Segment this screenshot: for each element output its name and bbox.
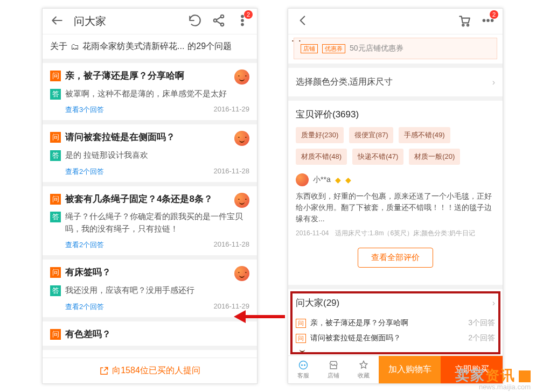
ask-everyone-section[interactable]: 问大家(29) › 问亲，被子薄还是厚？分享哈啊 3个回答 问请问被套拉链是在侧… — [288, 285, 503, 353]
question-tag-outline: 问 — [296, 319, 306, 328]
folder-icon: 🗂 — [71, 42, 79, 52]
svg-point-6 — [462, 24, 464, 26]
add-to-cart-button[interactable]: 加入购物车 — [379, 356, 441, 383]
avatar-icon — [296, 173, 309, 186]
mini-question-row[interactable]: 问亲，被子薄还是厚？分享哈啊 3个回答 — [296, 316, 495, 331]
view-answers-link[interactable]: 查看3个回答 — [65, 105, 104, 115]
reviewer-line: 小**a ◆ ◆ — [296, 173, 495, 186]
view-answers-link[interactable]: 查看2个回答 — [65, 302, 104, 312]
review-chip[interactable]: 质量好(230) — [296, 127, 344, 143]
review-section-title[interactable]: 宝贝评价(3693) — [296, 108, 495, 121]
qa-date: 2016-11-28 — [214, 167, 250, 177]
view-all-reviews-button[interactable]: 查看全部评价 — [358, 248, 433, 268]
angry-emoji-icon — [234, 131, 249, 146]
question-tag: 问 — [50, 71, 61, 81]
question-tag: 问 — [50, 132, 61, 143]
review-chip[interactable]: 材质一般(20) — [409, 149, 460, 165]
answer-count: 2个回答 — [468, 333, 495, 343]
qa-item[interactable]: 问亲，被子薄还是厚？分享哈啊 答被罩啊，这种不都是薄的，床单感觉不是太好 查看3… — [43, 63, 257, 124]
review-chip[interactable]: 很便宜(87) — [349, 127, 393, 143]
right-phone-screen: 2 店铺 优惠券 50元店铺优惠券 选择颜色分类,适用床尺寸 › 宝贝评价(36… — [288, 8, 503, 384]
coupon-type-tag: 优惠券 — [322, 44, 345, 53]
qa-item[interactable]: 问有床签吗？ 答我还没用，应该有吧？没用手感还行 查看2个回答2016-11-2… — [43, 260, 257, 321]
chevron-right-icon: › — [492, 298, 495, 308]
tab-favorite[interactable]: 收藏 — [349, 356, 379, 383]
question-tag: 问 — [50, 194, 61, 205]
left-navbar: 问大家 2 — [43, 9, 257, 34]
qa-item[interactable]: 问被套有几条绳子固定？4条还是8条？ 答绳子？什么绳子？你确定看的跟我买的是一件… — [43, 186, 257, 260]
svg-point-13 — [304, 365, 305, 366]
review-chip[interactable]: 材质不错(48) — [296, 149, 347, 165]
about-product-line: 关于 🗂 花雨伞家纺美式清新碎花... 的29个问题 — [43, 34, 257, 63]
qa-item[interactable]: 问有色差吗？ — [43, 321, 257, 351]
ask-section-title: 问大家(29) — [296, 297, 339, 309]
more-icon[interactable]: 2 — [481, 13, 495, 30]
notification-badge: 2 — [244, 10, 253, 19]
watermark-square-icon — [519, 370, 531, 382]
coupon-shop-tag: 店铺 — [301, 44, 318, 53]
svg-point-12 — [302, 365, 303, 366]
coupon-bar[interactable]: 店铺 优惠券 50元店铺优惠券 — [294, 38, 497, 59]
question-tag: 问 — [50, 329, 61, 340]
tab-customer-service[interactable]: 客服 — [288, 356, 318, 383]
coupon-text: 50元店铺优惠券 — [350, 44, 490, 53]
qa-date: 2016-11-28 — [214, 240, 250, 250]
answer-tag: 答 — [50, 150, 61, 161]
answer-tag: 答 — [50, 212, 61, 222]
qa-list: 问亲，被子薄还是厚？分享哈啊 答被罩啊，这种不都是薄的，床单感觉不是太好 查看3… — [43, 63, 257, 350]
left-scroll-area[interactable]: 关于 🗂 花雨伞家纺美式清新碎花... 的29个问题 问亲，被子薄还是厚？分享哈… — [43, 34, 257, 358]
right-navbar: 2 — [288, 9, 503, 34]
chevron-right-icon: › — [492, 78, 495, 87]
svg-point-7 — [467, 24, 469, 26]
review-chip[interactable]: 快递不错(47) — [352, 149, 403, 165]
svg-point-4 — [241, 19, 243, 21]
right-scroll-area[interactable]: 店铺 优惠券 50元店铺优惠券 选择颜色分类,适用床尺寸 › 宝贝评价(3693… — [288, 34, 503, 355]
view-answers-link[interactable]: 查看2个回答 — [65, 167, 104, 177]
back-icon[interactable] — [296, 13, 310, 30]
notification-badge: 2 — [490, 10, 498, 19]
svg-marker-15 — [234, 310, 246, 323]
review-block: 宝贝评价(3693) 质量好(230) 很便宜(87) 手感不错(49) 材质不… — [288, 101, 503, 285]
svg-point-11 — [300, 361, 308, 369]
angry-emoji-icon — [234, 266, 249, 281]
review-chip[interactable]: 手感不错(49) — [399, 127, 450, 143]
mini-question-row[interactable]: 问请问被套拉链是在侧面吗？ 2个回答 — [296, 331, 495, 346]
diamond-icon: ◆ — [345, 176, 351, 184]
review-text: 东西收到，好重的一个包裹，原来还送了一个小毛毯，正好给小家伙用。翻了下被套，质量… — [296, 191, 495, 225]
view-answers-link[interactable]: 查看2个回答 — [65, 240, 104, 250]
diamond-icon: ◆ — [335, 176, 341, 184]
share-icon[interactable] — [212, 13, 226, 30]
back-icon[interactable] — [50, 13, 64, 30]
answer-tag: 答 — [50, 89, 61, 100]
page-title: 问大家 — [74, 14, 106, 29]
refresh-icon[interactable] — [188, 13, 202, 30]
question-tag: 问 — [50, 267, 61, 278]
answer-count: 3个回答 — [468, 318, 495, 328]
left-phone-screen: 问大家 2 关于 🗂 花雨伞家纺美式清新碎花... 的29个问题 问亲，被子薄还… — [42, 8, 257, 384]
review-tags: 质量好(230) 很便宜(87) 手感不错(49) 材质不错(48) 快递不错(… — [296, 127, 495, 165]
more-icon[interactable]: 2 — [235, 13, 249, 30]
angry-emoji-icon — [234, 193, 249, 208]
angry-emoji-icon — [234, 69, 249, 85]
svg-point-9 — [487, 19, 489, 21]
question-tag-outline: 问 — [296, 334, 306, 343]
qa-item[interactable]: 问请问被套拉链是在侧面吗？ 答是的 拉链那设计我喜欢 查看2个回答2016-11… — [43, 124, 257, 186]
watermark: 卖家资讯 news.maijia.com — [455, 366, 531, 391]
qa-date: 2016-11-29 — [214, 105, 250, 115]
sku-selector-row[interactable]: 选择颜色分类,适用床尺寸 › — [288, 64, 503, 101]
review-meta: 2016-11-04 适用床尺寸:1.8m（6英尺）床;颜色分类:奶牛日记 — [296, 229, 495, 238]
svg-point-10 — [491, 19, 493, 21]
svg-point-3 — [241, 15, 243, 17]
cart-icon[interactable] — [457, 13, 471, 30]
svg-point-8 — [483, 19, 485, 21]
answer-tag: 答 — [50, 285, 61, 296]
tab-shop[interactable]: 店铺 — [318, 356, 349, 383]
annotation-arrow-icon — [234, 306, 288, 330]
svg-point-5 — [241, 23, 243, 25]
ask-question-button[interactable]: 向1584位已买的人提问 — [43, 358, 257, 383]
